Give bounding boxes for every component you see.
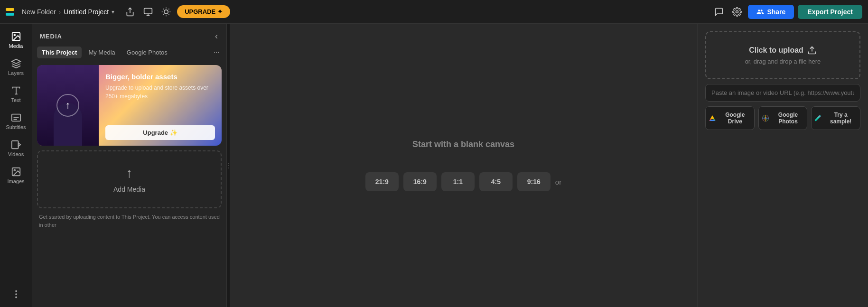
google-drive-button[interactable]: Google Drive [705, 106, 755, 130]
tab-google-photos[interactable]: Google Photos [122, 47, 172, 58]
svg-point-26 [16, 291, 17, 292]
topbar: New Folder › Untitled Project ▾ UPGRADE … [0, 0, 868, 24]
svg-line-8 [169, 14, 169, 15]
upload-icon: ↑ [126, 166, 133, 181]
topbar-actions: UPGRADE ✦ [123, 5, 230, 19]
breadcrumb-separator: › [59, 8, 61, 16]
more-icon [11, 289, 21, 299]
svg-line-12 [169, 9, 169, 9]
upload-drop-zone[interactable]: Click to upload or, drag and drop a file… [705, 31, 860, 79]
sidebar-item-subtitles[interactable]: Subtitles [2, 109, 30, 134]
upload-arrow-icon [807, 46, 817, 55]
export-button[interactable]: Export Project [798, 5, 862, 19]
sidebar-item-label: Text [11, 97, 20, 103]
lightbulb-icon-btn[interactable] [159, 5, 173, 19]
upload-circle-icon: ↑ [56, 94, 79, 117]
breadcrumb-folder[interactable]: New Folder [22, 8, 56, 16]
svg-point-28 [16, 297, 17, 298]
add-media-label: Add Media [113, 186, 145, 193]
media-panel-title: MEDIA [40, 33, 62, 40]
upload-panel: Click to upload or, drag and drop a file… [697, 24, 868, 307]
sidebar-item-images[interactable]: Images [2, 163, 30, 188]
svg-point-27 [16, 294, 17, 295]
media-more-button[interactable]: ··· [212, 46, 222, 58]
upgrade-button[interactable]: UPGRADE ✦ [177, 5, 230, 18]
upload-drop-title: Click to upload [749, 46, 817, 55]
media-hint: Get started by uploading content to This… [37, 213, 222, 229]
videos-icon [11, 140, 21, 150]
ratio-btn-21-9[interactable]: 21:9 [365, 172, 399, 191]
ratio-btn-1-1[interactable]: 1:1 [441, 172, 475, 191]
share-label: Share [767, 8, 785, 16]
topbar-right: Share Export Project [712, 5, 862, 19]
svg-marker-16 [11, 59, 20, 64]
sidebar-item-label: Media [9, 43, 23, 49]
google-photos-icon [762, 114, 769, 122]
sidebar-item-label: Subtitles [6, 124, 26, 130]
tab-this-project[interactable]: This Project [37, 47, 82, 58]
svg-point-13 [736, 10, 738, 13]
sidebar-item-videos[interactable]: Videos [2, 136, 30, 161]
sidebar-item-label: Videos [8, 151, 24, 157]
add-media-box[interactable]: ↑ Add Media [37, 150, 222, 208]
ratio-and-or: 21:9 16:9 1:1 4:5 9:16 or [365, 172, 561, 191]
layers-icon [11, 58, 21, 69]
media-content: ↑ Bigger, bolder assets Upgrade to uploa… [32, 62, 226, 307]
sidebar-item-label: Images [7, 178, 24, 184]
media-panel: MEDIA ‹ This Project My Media Google Pho… [32, 24, 227, 307]
svg-marker-23 [18, 143, 20, 146]
canvas-area: Start with a blank canvas 21:9 16:9 1:1 … [230, 24, 697, 307]
media-icon [11, 31, 21, 42]
breadcrumb-project[interactable]: Untitled Project [64, 8, 109, 16]
svg-line-7 [163, 9, 164, 9]
upgrade-card-image: ↑ [37, 65, 99, 146]
text-icon [11, 85, 21, 96]
svg-point-15 [14, 34, 15, 36]
sidebar-item-media[interactable]: Media [2, 28, 30, 53]
canvas-center: Start with a blank canvas 21:9 16:9 1:1 … [365, 140, 561, 191]
comments-icon-btn[interactable] [712, 5, 726, 19]
logo-teal [6, 13, 14, 16]
svg-line-11 [163, 14, 164, 15]
ratio-btn-4-5[interactable]: 4:5 [479, 172, 513, 191]
media-panel-close-button[interactable]: ‹ [214, 30, 219, 42]
upload-drop-subtitle: or, drag and drop a file here [745, 58, 821, 65]
app-logo [6, 8, 14, 16]
chevron-down-icon[interactable]: ▾ [112, 9, 114, 15]
sidebar-item-more[interactable] [2, 285, 30, 303]
sample-icon: 🧪 [814, 115, 821, 121]
share-icon-btn[interactable] [123, 5, 137, 19]
upload-service-row: Google Drive Google Photos 🧪 [705, 106, 860, 130]
svg-rect-1 [144, 8, 152, 14]
sidebar-item-label: Layers [8, 70, 24, 76]
tab-my-media[interactable]: My Media [84, 47, 120, 58]
present-icon-btn[interactable] [141, 5, 155, 19]
svg-point-4 [164, 9, 168, 13]
upgrade-card-desc: Upgrade to upload and store assets over … [105, 84, 215, 101]
upload-url-input[interactable] [705, 84, 860, 102]
svg-rect-22 [11, 141, 18, 149]
aspect-ratios: 21:9 16:9 1:1 4:5 9:16 [365, 172, 551, 191]
sidebar-item-layers[interactable]: Layers [2, 55, 30, 80]
upgrade-card: ↑ Bigger, bolder assets Upgrade to uploa… [37, 65, 222, 146]
google-photos-button[interactable]: Google Photos [758, 106, 808, 130]
upgrade-card-title: Bigger, bolder assets [105, 73, 215, 81]
sidebar-item-text[interactable]: Text [2, 82, 30, 107]
google-drive-icon [709, 114, 716, 122]
ratio-btn-9-16[interactable]: 9:16 [517, 172, 551, 191]
logo-yellow [6, 8, 14, 11]
main-area: Media Layers Text Subtitles Videos Image… [0, 24, 868, 307]
upgrade-card-body: Bigger, bolder assets Upgrade to upload … [99, 65, 222, 146]
settings-icon-btn[interactable] [730, 5, 744, 19]
upgrade-card-image-bg: ↑ [37, 65, 99, 146]
subtitles-icon [11, 112, 21, 123]
icon-sidebar: Media Layers Text Subtitles Videos Image… [0, 24, 32, 307]
upgrade-card-button[interactable]: Upgrade ✨ [105, 125, 215, 140]
blank-canvas-label: Start with a blank canvas [412, 140, 514, 149]
try-sample-button[interactable]: 🧪 Try a sample! [811, 106, 860, 130]
svg-point-25 [14, 169, 15, 171]
breadcrumb: New Folder › Untitled Project ▾ [22, 8, 114, 16]
media-panel-header: MEDIA ‹ [32, 24, 226, 46]
ratio-btn-16-9[interactable]: 16:9 [403, 172, 437, 191]
share-button[interactable]: Share [748, 5, 794, 19]
